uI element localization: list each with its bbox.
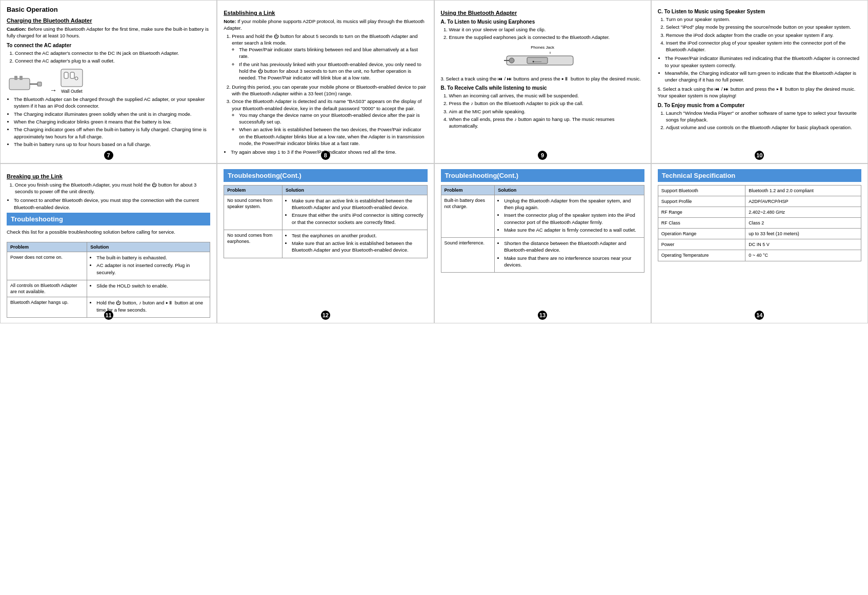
spec-value-6: DC IN 5 V <box>745 239 861 250</box>
sol-13-2-item-1: Shorten the distance between the Bluetoo… <box>504 240 641 254</box>
sol-13-1: Unplug the Bluetooth Adapter from the sp… <box>495 195 644 237</box>
page-num-12: 12 <box>321 311 330 320</box>
sec-c-step-1: Turn on your speaker system. <box>666 16 861 23</box>
sol-13-2-item-2: Make sure that there are no interference… <box>504 255 641 269</box>
prob-12-1: No sound comes from speaker system. <box>224 195 282 230</box>
panel-14: Technical Specification Support Bluetoot… <box>651 163 868 323</box>
estab-bullet-1b: If the unit has previously linked with y… <box>239 61 427 81</box>
troubleshooting-table: Problem Solution Power does not come on.… <box>7 242 210 318</box>
table-row: No sound comes from speaker system. Make… <box>224 195 427 230</box>
panel-13: Troubleshooting(Cont.) Problem Solution … <box>434 163 651 323</box>
spec-row-3: RF Range 2.402~2.480 GHz <box>658 207 861 217</box>
page-num-14: 14 <box>755 311 764 320</box>
page-num-9: 9 <box>538 151 547 160</box>
sol-12-2-item-2: Make sure that an active link is establi… <box>292 240 423 254</box>
sec-a-step3: 3. Select a track using the ⏮ / ⏭ button… <box>441 75 644 83</box>
panel-12: Troubleshooting(Cont.) Problem Solution … <box>217 163 434 323</box>
table-row: All controls on Bluetooth Adapter are no… <box>7 280 210 297</box>
spec-row-2: Support Profile A2DP/AVRCP/HSP <box>658 196 861 207</box>
arrow-icon: → <box>50 87 57 94</box>
sol-2-item-1: Slide the HOLD switch to enable. <box>96 282 207 289</box>
breaking-link-title: Breaking up the Link <box>7 173 210 179</box>
page-num-8: 8 <box>321 151 330 160</box>
estab-step-1-bullets: The Power/Pair indicator starts blinking… <box>232 46 427 81</box>
sol-13-2: Shorten the distance between the Bluetoo… <box>495 238 644 273</box>
spec-row-6: Power DC IN 5 V <box>658 239 861 250</box>
panel-10: C. To Listen to Music using Speaker Syst… <box>651 0 868 163</box>
svg-point-10 <box>509 58 514 63</box>
sol-12-1-item-2: Ensure that either the unit's iPod conne… <box>292 212 423 225</box>
sol-2: Slide the HOLD switch to enable. <box>87 280 210 297</box>
sec-c-step-4: Insert the iPod connector plug of your s… <box>666 39 861 53</box>
panel-8-note: Note: If your mobile phone supports A2DP… <box>224 18 427 32</box>
spec-value-5: up to 33 feet (10 meters) <box>745 229 861 239</box>
panel-9-title: Using the Bluetooth Adapter <box>441 10 644 16</box>
sec-c-step-3: Remove the iPod dock adapter from the cr… <box>666 32 861 38</box>
section-b-title: B. To Receive Calls while listening to m… <box>441 85 644 91</box>
col-problem-12: Problem <box>224 185 282 195</box>
page-num-10: 10 <box>755 151 764 160</box>
section-c-title: C. To Listen to Music using Speaker Syst… <box>658 9 861 14</box>
prob-12-2: No sound comes from earphones. <box>224 230 282 258</box>
page-num-7: 7 <box>104 151 113 160</box>
estab-step-3-bullets: You may change the device name on your B… <box>232 112 427 147</box>
panel-8: Establishing a Link Note: If your mobile… <box>217 0 434 163</box>
sol-1-item-2: AC adapter is not inserted correctly. Pl… <box>96 262 207 276</box>
table-row: Built-in battery does not charge. Unplug… <box>441 195 644 237</box>
table-row: Sound interference. Shorten the distance… <box>441 238 644 273</box>
svg-text:●——: ●—— <box>532 59 541 63</box>
panel-8-title: Establishing a Link <box>224 10 427 16</box>
sol-12-1: Make sure that an active link is establi… <box>282 195 427 230</box>
estab-bullet-3b: When an active link is established betwe… <box>239 126 427 147</box>
connect-steps: Connect the AC adapter's connector to th… <box>7 50 210 65</box>
spec-feature-6: Power <box>658 239 745 250</box>
spec-value-2: A2DP/AVRCP/HSP <box>745 196 861 207</box>
sol-3-item-1: Hold the ⏻ button, ♪ buton and ▶⏸ button… <box>96 299 207 313</box>
caution-text: Caution: Before using the Bluetooth Adap… <box>7 26 210 39</box>
col-solution-13: Solution <box>495 185 644 195</box>
charging-title: Charging the Bluetooth Adapter <box>7 17 210 24</box>
establishing-steps: Press and hold the ⏻ button for about 5 … <box>224 33 427 147</box>
breaking-bullet-1: To connect to another Bluetooth device, … <box>14 197 210 211</box>
section-a-title: A. To Listen to Music using Earphones <box>441 19 644 25</box>
spec-row-5: Operation Range up to 33 feet (10 meters… <box>658 229 861 239</box>
svg-rect-0 <box>9 78 30 90</box>
panel-11: Breaking up the Link Once you finish usi… <box>0 163 217 323</box>
spec-feature-4: RF Class <box>658 218 745 229</box>
svg-point-8 <box>75 77 78 80</box>
troubleshooting-cont-header-13: Troubleshooting(Cont.) <box>441 169 644 182</box>
sol-12-1-list: Make sure that an active link is establi… <box>286 197 423 225</box>
connect-step-2: Connect the AC adapter's plug to a wall … <box>15 57 210 64</box>
troubleshooting-cont-header-12: Troubleshooting(Cont.) <box>224 169 427 182</box>
svg-rect-2 <box>19 76 23 80</box>
wall-outlet-svg <box>59 68 85 88</box>
sec-b-step-1: When an incoming call arrives, the music… <box>449 92 644 99</box>
panel-7: Basic Operation Charging the Bluetooth A… <box>0 0 217 163</box>
section-d-steps: Launch "Window Media Player" or another … <box>658 110 861 131</box>
spec-value-3: 2.402~2.480 GHz <box>745 207 861 217</box>
panel-9: Using the Bluetooth Adapter A. To Listen… <box>434 0 651 163</box>
estab-bullet-3a: You may change the device name on your B… <box>239 112 427 126</box>
col-solution-12: Solution <box>282 185 427 195</box>
page-num-11: 11 <box>104 311 113 320</box>
estab-step-3: Once the Bluetooth Adapter is detected a… <box>232 98 427 147</box>
estab-bullet-1a: The Power/Pair indicator starts blinking… <box>239 46 427 60</box>
phones-jack-label: Phones Jack <box>441 45 644 50</box>
svg-rect-1 <box>14 76 17 80</box>
connect-adapter-title: To connect the AC adapter <box>7 43 210 48</box>
col-solution: Solution <box>87 242 210 252</box>
sol-13-1-item-3: Make sure the AC adapter is firmly conne… <box>504 227 641 233</box>
charging-bullet-4: The Charging indicator goes off when the… <box>14 126 210 140</box>
spec-feature-1: Support Bluetooth <box>658 185 745 196</box>
section-c-steps: Turn on your speaker system. Select "iPo… <box>658 16 861 53</box>
sec-b-step-4: When the call ends, press the ♪ button a… <box>449 116 644 130</box>
charging-bullet-5: The built-in battery runs up to four hou… <box>14 141 210 148</box>
sol-12-2-list: Test the earphones on another product. M… <box>286 232 423 254</box>
troubleshooting-cont-table-13: Problem Solution Built-in battery does n… <box>441 185 644 273</box>
sec-c-bullet-2: Meanwhile, the Charging indicator will t… <box>665 70 861 84</box>
spec-row-4: RF Class Class 2 <box>658 218 861 229</box>
wall-outlet-figure: Wall Outlet <box>59 68 85 94</box>
sec-c-step-2: Select "iPod" play mode by pressing the … <box>666 24 861 30</box>
charging-bullet-2: The Charging indicator illuminates green… <box>14 111 210 117</box>
troubleshooting-header: Troubleshooting <box>7 213 210 225</box>
